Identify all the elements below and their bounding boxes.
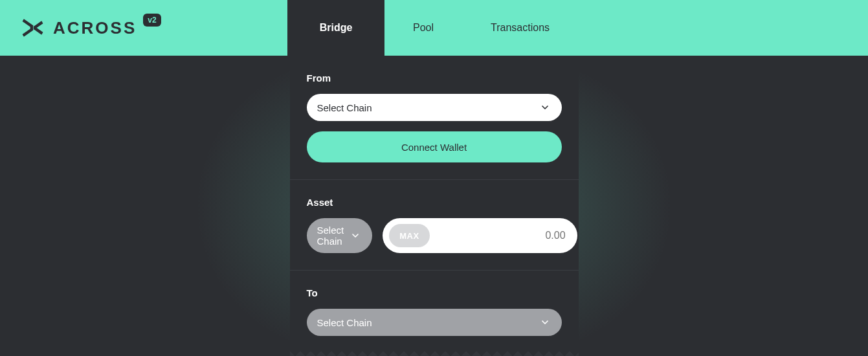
to-section: To Select Chain	[290, 271, 579, 353]
asset-section: Asset Select Chain MAX	[290, 180, 579, 271]
to-chain-select-placeholder: Select Chain	[317, 317, 372, 328]
from-label: From	[307, 72, 562, 83]
brand-version-badge: v2	[143, 14, 161, 27]
asset-select[interactable]: Select Chain	[307, 218, 373, 253]
from-section: From Select Chain Connect Wallet	[290, 56, 579, 180]
svg-marker-0	[23, 19, 34, 36]
section-divider-zigzag	[290, 349, 579, 356]
to-chain-select[interactable]: Select Chain	[307, 309, 562, 336]
tab-bridge[interactable]: Bridge	[287, 0, 384, 56]
from-chain-select-placeholder: Select Chain	[317, 102, 372, 113]
app-header: ACROSS v2 Bridge Pool Transactions	[0, 0, 868, 56]
chevron-down-icon	[540, 317, 550, 328]
tab-transactions[interactable]: Transactions	[462, 0, 578, 56]
tab-pool[interactable]: Pool	[384, 0, 462, 56]
bridge-panel: From Select Chain Connect Wallet Asset S…	[290, 56, 579, 353]
to-label: To	[307, 287, 562, 298]
connect-wallet-button[interactable]: Connect Wallet	[307, 131, 562, 162]
amount-field-wrap: MAX	[383, 218, 577, 253]
svg-marker-1	[34, 21, 43, 34]
brand: ACROSS v2	[0, 16, 287, 40]
asset-select-placeholder: Select Chain	[317, 225, 344, 247]
amount-input[interactable]	[436, 230, 566, 241]
brand-name: ACROSS	[53, 18, 137, 38]
chevron-down-icon	[540, 102, 550, 113]
asset-label: Asset	[307, 197, 562, 208]
across-logo-icon	[19, 16, 44, 40]
chevron-down-icon	[350, 230, 361, 241]
main-nav: Bridge Pool Transactions	[287, 0, 578, 56]
from-chain-select[interactable]: Select Chain	[307, 94, 562, 121]
max-button[interactable]: MAX	[389, 224, 429, 247]
